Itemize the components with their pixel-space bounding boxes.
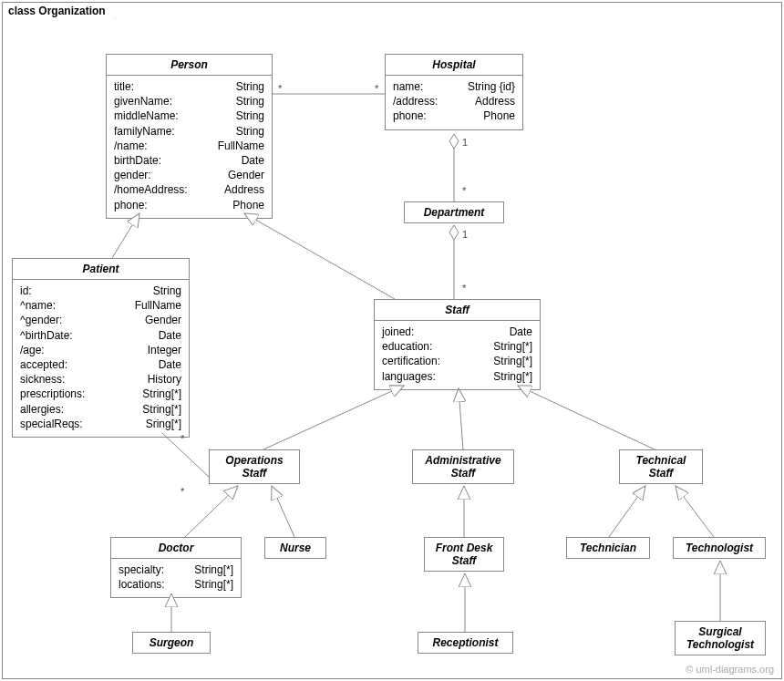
svg-line-9 [185, 486, 238, 537]
class-title: Receptionist [418, 633, 512, 653]
svg-line-10 [272, 486, 294, 537]
class-title: Doctor [111, 538, 241, 559]
class-title: Staff [375, 300, 540, 321]
class-receptionist: Receptionist [418, 632, 513, 654]
multiplicity: * [181, 486, 184, 497]
class-nurse: Nurse [264, 537, 326, 559]
multiplicity: * [462, 283, 466, 294]
class-attrs: joined:Date education:String[*] certific… [375, 321, 540, 389]
class-title: Hospital [386, 55, 522, 76]
class-title: Staff [425, 554, 503, 571]
class-title: Technical [620, 450, 702, 467]
class-title: Surgical [676, 622, 765, 638]
class-title: Front Desk [425, 538, 503, 554]
class-administrative-staff: Administrative Staff [412, 449, 514, 484]
class-title: Patient [13, 259, 189, 280]
svg-line-3 [112, 213, 139, 258]
class-surgeon: Surgeon [132, 632, 211, 654]
watermark: © uml-diagrams.org [686, 664, 774, 675]
class-surgical-technologist: Surgical Technologist [675, 621, 766, 655]
class-technical-staff: Technical Staff [619, 449, 703, 484]
class-title: Staff [413, 467, 513, 483]
class-title: Administrative [413, 450, 513, 467]
class-attrs: name:String {id} /address:Address phone:… [386, 76, 522, 129]
class-technologist: Technologist [673, 537, 766, 559]
class-department: Department [404, 201, 504, 223]
multiplicity: 1 [462, 137, 468, 148]
class-attrs: title:String givenName:String middleName… [107, 76, 272, 218]
multiplicity: * [278, 83, 282, 94]
multiplicity: * [375, 83, 378, 94]
class-person: Person title:String givenName:String mid… [106, 54, 273, 219]
svg-line-13 [676, 486, 714, 537]
class-technician: Technician [566, 537, 650, 559]
svg-line-4 [244, 213, 395, 299]
class-title: Staff [620, 467, 702, 483]
class-title: Surgeon [133, 633, 210, 653]
class-title: Technologist [674, 538, 765, 558]
class-title: Person [107, 55, 272, 76]
class-patient: Patient id:String ^name:FullName ^gender… [12, 258, 190, 438]
multiplicity: * [462, 185, 466, 196]
class-attrs: id:String ^name:FullName ^gender:Gender … [13, 280, 189, 437]
class-doctor: Doctor specialty:String[*] locations:Str… [110, 537, 242, 598]
class-staff: Staff joined:Date education:String[*] ce… [374, 299, 541, 390]
class-frontdesk-staff: Front Desk Staff [424, 537, 504, 572]
frame-title: class Organization [2, 2, 116, 19]
multiplicity: 1 [462, 229, 468, 240]
class-attrs: specialty:String[*] locations:String[*] [111, 559, 241, 597]
diagram-frame: class Organization Person title:String g… [2, 2, 782, 679]
class-title: Technician [567, 538, 649, 558]
multiplicity: * [181, 433, 184, 444]
class-title: Department [405, 202, 503, 222]
svg-line-7 [518, 386, 655, 449]
svg-line-6 [459, 388, 463, 449]
class-title: Nurse [265, 538, 325, 558]
class-operations-staff: Operations Staff [209, 449, 300, 484]
svg-line-8 [162, 433, 209, 477]
class-title: Technologist [676, 638, 765, 655]
svg-line-5 [263, 386, 404, 449]
class-hospital: Hospital name:String {id} /address:Addre… [385, 54, 523, 130]
class-title: Operations [210, 450, 299, 467]
class-title: Staff [210, 467, 299, 483]
svg-line-12 [609, 486, 645, 537]
